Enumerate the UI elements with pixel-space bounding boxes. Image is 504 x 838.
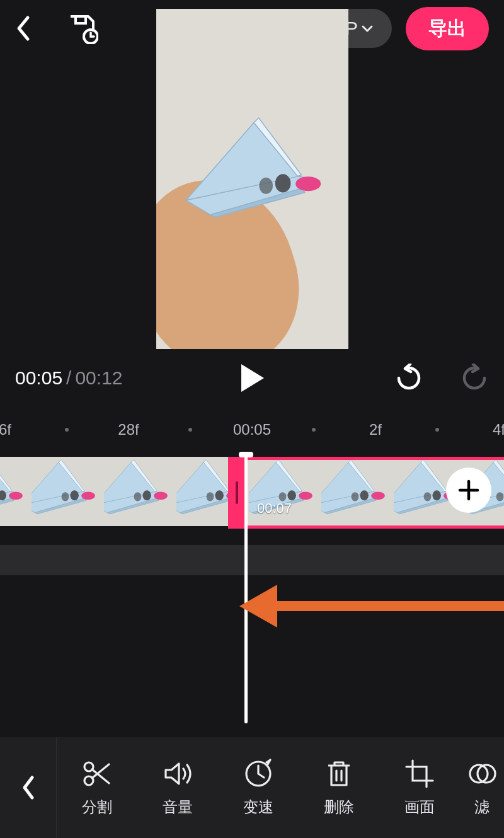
- toolbar-back-button[interactable]: [0, 737, 57, 838]
- crop-icon: [404, 758, 435, 789]
- clip-trim-handle[interactable]: [228, 457, 246, 529]
- clip-thumbnail[interactable]: [321, 457, 394, 526]
- time-display: 00:05/00:12: [15, 367, 123, 389]
- export-button[interactable]: 导出: [406, 7, 489, 50]
- undo-button[interactable]: [394, 364, 423, 393]
- tool-delete[interactable]: 删除: [299, 758, 379, 817]
- svg-rect-7: [76, 16, 86, 23]
- clip-thumbnail[interactable]: [32, 457, 104, 526]
- tool-canvas[interactable]: 画面: [379, 758, 460, 817]
- back-icon[interactable]: [15, 15, 32, 42]
- scissors-icon: [81, 758, 113, 789]
- add-clip-button[interactable]: [446, 468, 491, 513]
- speed-icon: [243, 758, 274, 789]
- clip-thumbnail[interactable]: [104, 457, 176, 526]
- secondary-track[interactable]: [0, 545, 504, 575]
- redo-button[interactable]: [460, 364, 489, 393]
- tool-speed[interactable]: 变速: [218, 758, 299, 817]
- video-preview[interactable]: [156, 9, 348, 349]
- timeline-track[interactable]: [0, 457, 504, 532]
- annotation-arrow: [239, 580, 504, 636]
- volume-icon: [162, 758, 193, 789]
- tool-filter[interactable]: 滤: [460, 758, 504, 817]
- save-draft-icon[interactable]: [67, 13, 98, 44]
- tool-split[interactable]: 分割: [57, 758, 137, 817]
- trash-icon: [323, 758, 355, 789]
- play-button[interactable]: [239, 363, 265, 393]
- plus-icon: [457, 479, 480, 502]
- clip-duration-label: 00:07: [257, 500, 292, 517]
- playhead[interactable]: [244, 452, 248, 723]
- filter-icon: [466, 758, 498, 789]
- chevron-down-icon: [360, 21, 374, 35]
- edit-toolbar: 分割 音量 变速 删除: [0, 737, 504, 838]
- clip-thumbnail[interactable]: [0, 457, 32, 526]
- timeline-ruler[interactable]: 6f 28f 00:05 2f 4f: [0, 411, 504, 449]
- tool-volume[interactable]: 音量: [137, 758, 218, 817]
